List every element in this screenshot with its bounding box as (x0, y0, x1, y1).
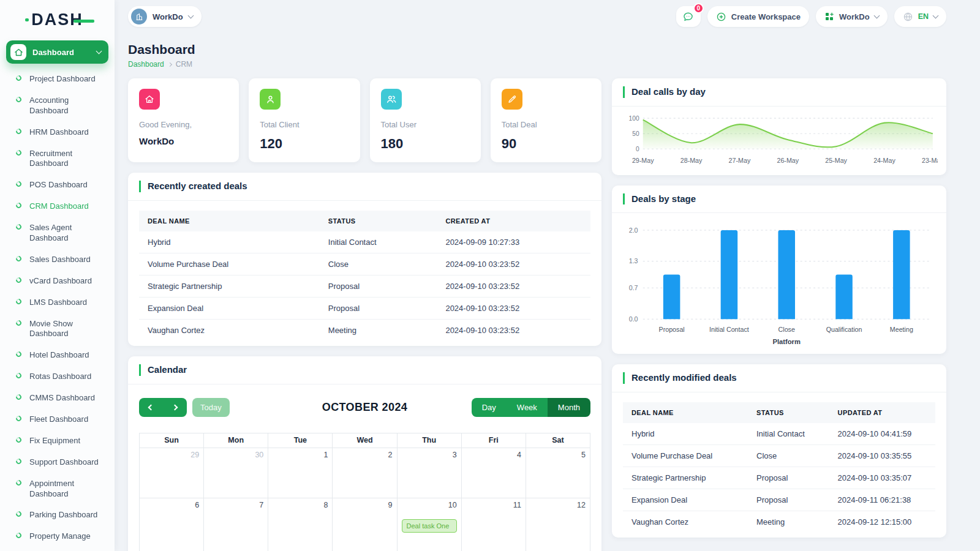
calendar-day-cell[interactable]: 30 (204, 448, 268, 498)
left-column: Good Evening,WorkDoTotal Client120Total … (128, 78, 601, 551)
calendar-day-cell[interactable]: 4 (461, 448, 526, 498)
deals-by-stage-card: Deals by stage 0.00.71.32.0ProposalIniti… (612, 186, 946, 354)
stat-value: 90 (502, 136, 590, 152)
stat-card: Good Evening,WorkDo (128, 78, 239, 162)
table-row: HybridInitial Contact2024-09-10 04:41:59 (623, 423, 935, 445)
calendar-day-cell[interactable]: 5 (526, 448, 590, 498)
sidebar-item[interactable]: vCard Dashboard (6, 271, 108, 292)
table-cell: 2024-09-10 03:23:52 (437, 319, 590, 341)
calendar-day-number: 4 (466, 451, 521, 459)
stat-card: Total User180 (370, 78, 481, 162)
stat-card: Total Client120 (249, 78, 360, 162)
right-column: Deal calls by day 05010029-May28-May27-M… (612, 78, 946, 538)
table-cell: Close (320, 253, 437, 275)
circle-bullet-icon (15, 96, 23, 103)
calendar-day-cell[interactable]: 9 (333, 498, 397, 551)
sidebar-item[interactable]: POS Dashboard (6, 174, 108, 196)
stat-value: WorkDo (139, 136, 228, 146)
calendar-day-cell[interactable]: 12 (526, 498, 590, 551)
svg-text:100: 100 (629, 114, 639, 121)
app-logo[interactable]: DASH (6, 7, 108, 32)
calendar-day-number: 5 (530, 451, 586, 459)
breadcrumb-root[interactable]: Dashboard (128, 60, 164, 69)
table-cell: Initial Contact (320, 231, 437, 253)
calendar-day-cell[interactable]: 6 (140, 498, 204, 551)
sidebar-item-label: Accounting Dashboard (29, 96, 106, 116)
table-row: Expansion DealProposal2024-09-11 06:21:3… (623, 489, 935, 511)
workspace-selector[interactable]: WorkDo (128, 6, 202, 27)
sidebar-item[interactable]: CMMS Dashboard (6, 388, 108, 409)
calendar-day-number: 3 (402, 451, 457, 459)
calendar-day-cell[interactable]: 3 (397, 448, 461, 498)
pencil-icon (502, 89, 522, 110)
table-row: Volume Purchase DealClose2024-09-10 03:2… (139, 253, 590, 275)
calendar-day-cell[interactable]: 1 (268, 448, 333, 498)
circle-bullet-icon (15, 393, 23, 401)
calendar-day-cell[interactable]: 29 (140, 448, 204, 498)
deal-calls-by-day-card: Deal calls by day 05010029-May28-May27-M… (612, 78, 946, 175)
language-selector[interactable]: EN (894, 6, 946, 27)
sidebar-item[interactable]: Project Dashboard (6, 69, 108, 90)
sidebar-item[interactable]: Beauty Spa Dashboard (6, 547, 108, 551)
stat-label: Total User (381, 120, 470, 129)
table-cell: 2024-09-10 04:41:59 (829, 423, 935, 445)
calendar-view-week-button[interactable]: Week (507, 398, 548, 417)
calendar-day-cell[interactable]: 7 (204, 498, 268, 551)
sidebar-item[interactable]: CRM Dashboard (6, 196, 108, 217)
sidebar-item[interactable]: Support Dashboard (6, 452, 108, 473)
sidebar-item[interactable]: Sales Agent Dashboard (6, 217, 108, 249)
sidebar-item[interactable]: LMS Dashboard (6, 292, 108, 313)
table-cell: Vaughan Cortez (623, 511, 748, 533)
calendar-day-number: 30 (208, 451, 263, 459)
sidebar-item[interactable]: Accounting Dashboard (6, 90, 108, 122)
recently-modified-deals-table: DEAL NAMESTATUSUPDATED AT HybridInitial … (623, 402, 935, 533)
circle-bullet-icon (15, 436, 23, 444)
calendar-day-cell[interactable]: 2 (333, 448, 397, 498)
user-icon (260, 89, 281, 110)
circle-bullet-icon (15, 479, 23, 487)
sidebar-item[interactable]: Movie Show Dashboard (6, 313, 108, 345)
sidebar-item[interactable]: Property Manage (6, 526, 108, 547)
sidebar-item[interactable]: Fleet Dashboard (6, 409, 108, 430)
sidebar-item-label: Movie Show Dashboard (29, 319, 106, 340)
workspace-menu-button[interactable]: WorkDo (816, 6, 888, 27)
calendar-day-cell[interactable]: 8 (268, 498, 333, 551)
sidebar-item-label: Support Dashboard (29, 457, 99, 468)
column-header: DEAL NAME (623, 402, 748, 423)
svg-text:27-May: 27-May (729, 156, 751, 163)
table-row: Volume Purchase DealClose2024-09-10 03:3… (623, 445, 935, 467)
sidebar-item-dashboard[interactable]: Dashboard (6, 40, 108, 64)
calendar-event[interactable]: Deal task One (402, 519, 457, 533)
svg-text:Initial Contact: Initial Contact (709, 326, 749, 333)
svg-text:0.7: 0.7 (629, 284, 638, 291)
calendar-day-cell[interactable]: 10Deal task One (397, 498, 461, 551)
column-header: DEAL NAME (139, 211, 320, 231)
table-cell: Hybrid (623, 423, 748, 445)
calendar-view-day-button[interactable]: Day (472, 398, 507, 417)
create-workspace-button[interactable]: Create Workspace (707, 6, 809, 27)
sidebar-item[interactable]: Rotas Dashboard (6, 366, 108, 388)
table-row: Strategic PartnershipProposal2024-09-10 … (139, 275, 590, 297)
sidebar-nav: Project DashboardAccounting DashboardHRM… (6, 69, 108, 551)
calendar-grid: SunMonTueWedThuFriSat 293012345678910Dea… (139, 433, 590, 551)
sidebar-item[interactable]: Sales Dashboard (6, 249, 108, 271)
calendar-prev-button[interactable] (139, 398, 163, 417)
workspace-selector-label: WorkDo (153, 12, 183, 21)
table-row: Vaughan CortezMeeting2024-09-10 03:23:52 (139, 319, 590, 341)
chevron-down-icon (96, 48, 102, 54)
sidebar-item[interactable]: Hotel Dashboard (6, 345, 108, 366)
sidebar-item[interactable]: Appointment Dashboard (6, 473, 108, 505)
sidebar-item[interactable]: Recruitment Dashboard (6, 143, 108, 175)
card-title: Recently modified deals (623, 372, 737, 384)
sidebar-item[interactable]: Parking Dashboard (6, 504, 108, 526)
calendar-day-number: 8 (273, 501, 328, 509)
calendar-next-button[interactable] (163, 398, 187, 417)
sidebar-item[interactable]: HRM Dashboard (6, 122, 108, 143)
circle-bullet-icon (15, 511, 23, 519)
workspace-menu-label: WorkDo (839, 12, 870, 21)
sidebar-item[interactable]: Fix Equipment (6, 430, 108, 452)
calendar-view-month-button[interactable]: Month (548, 398, 590, 417)
calendar-day-cell[interactable]: 11 (461, 498, 526, 551)
calendar-today-button[interactable]: Today (192, 398, 230, 417)
messages-button[interactable]: 0 (676, 6, 701, 27)
